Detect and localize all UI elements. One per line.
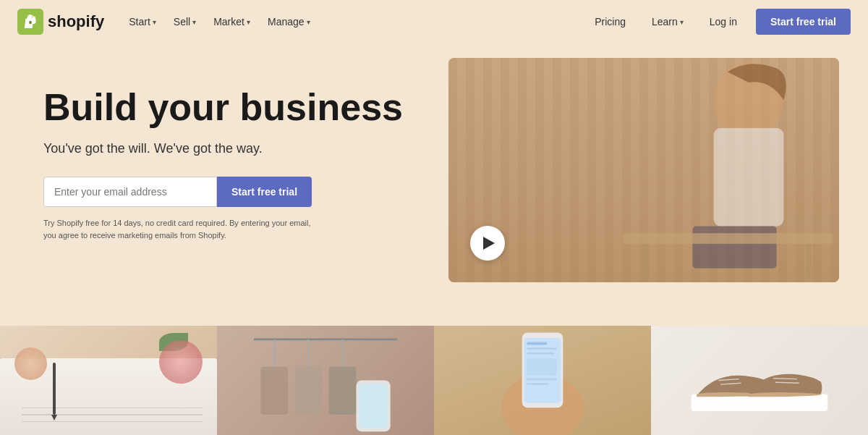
pen-icon	[43, 363, 65, 421]
play-button[interactable]	[470, 226, 505, 261]
chevron-down-icon: ▾	[153, 18, 156, 26]
trial-cta-button[interactable]: Start free trial	[217, 177, 312, 207]
svg-line-31	[773, 379, 797, 379]
svg-rect-23	[527, 347, 557, 350]
svg-rect-8	[53, 363, 56, 415]
email-input[interactable]	[43, 177, 217, 207]
hero-content: Build your business You've got the will.…	[43, 58, 434, 241]
chevron-down-icon: ▾	[680, 18, 684, 26]
shopify-logo-icon	[17, 9, 43, 35]
svg-rect-7	[806, 244, 812, 279]
gallery-item-notebook	[0, 326, 217, 435]
phone-illustration	[434, 326, 651, 435]
svg-rect-14	[295, 367, 323, 415]
svg-marker-9	[51, 415, 57, 421]
chevron-down-icon: ▾	[247, 18, 250, 26]
svg-rect-26	[527, 379, 557, 381]
hero-image-panel	[448, 58, 839, 282]
chevron-down-icon: ▾	[192, 18, 196, 26]
notebook-line	[22, 421, 203, 423]
logo[interactable]: shopify	[17, 9, 104, 35]
navbar: shopify Start ▾ Sell ▾ Market ▾ Manage ▾…	[0, 0, 868, 43]
svg-rect-16	[329, 367, 357, 415]
nav-market[interactable]: Market ▾	[206, 12, 258, 32]
svg-rect-27	[527, 383, 548, 385]
hero-disclaimer: Try Shopify free for 14 days, no credit …	[43, 217, 311, 241]
chevron-down-icon: ▾	[307, 18, 310, 26]
clothing-rack-illustration	[217, 326, 434, 435]
nav-learn[interactable]: Learn ▾	[644, 12, 691, 32]
svg-rect-3	[714, 128, 784, 227]
play-icon	[483, 237, 495, 250]
gallery-item-tablet	[217, 326, 434, 435]
svg-rect-5	[623, 233, 833, 244]
gallery-section	[0, 326, 868, 435]
svg-rect-24	[527, 352, 554, 355]
gallery-item-phone	[434, 326, 651, 435]
svg-rect-18	[359, 384, 388, 428]
nav-cta-button[interactable]: Start free trial	[756, 9, 851, 35]
email-form: Start free trial	[43, 177, 434, 207]
svg-rect-4	[693, 227, 777, 269]
coffee-cup-decoration	[14, 347, 47, 380]
logo-text: shopify	[48, 12, 104, 31]
notebook-visual	[0, 326, 217, 435]
svg-rect-25	[527, 358, 557, 376]
svg-rect-6	[644, 244, 650, 279]
hero-title: Build your business	[43, 87, 434, 128]
svg-rect-12	[260, 367, 288, 415]
flower-decoration	[159, 340, 203, 384]
svg-line-32	[775, 382, 799, 383]
nav-manage[interactable]: Manage ▾	[260, 12, 318, 32]
hero-section: Build your business You've got the will.…	[0, 43, 868, 326]
nav-start[interactable]: Start ▾	[122, 12, 163, 32]
svg-rect-22	[527, 342, 547, 345]
nav-links: Start ▾ Sell ▾ Market ▾ Manage ▾	[122, 12, 587, 32]
login-button[interactable]: Log in	[702, 12, 744, 32]
hero-subtitle: You've got the will. We've got the way.	[43, 141, 434, 156]
nav-right: Pricing Learn ▾ Log in Start free trial	[587, 9, 851, 35]
svg-point-1	[29, 21, 32, 25]
shoes-illustration	[651, 326, 868, 435]
nav-sell[interactable]: Sell ▾	[166, 12, 203, 32]
hero-person-illustration	[546, 58, 839, 282]
gallery-item-shoes	[651, 326, 868, 435]
nav-pricing[interactable]: Pricing	[587, 12, 633, 32]
